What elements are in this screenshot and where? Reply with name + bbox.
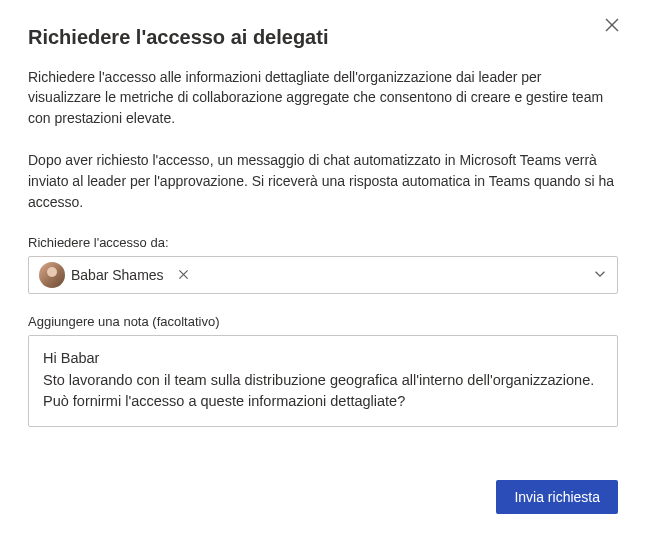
request-from-label: Richiedere l'accesso da:	[28, 235, 618, 250]
close-icon	[178, 267, 189, 283]
dialog-title: Richiedere l'accesso ai delegati	[28, 26, 618, 49]
expand-picker-button[interactable]	[593, 266, 607, 283]
close-icon	[604, 17, 620, 36]
chevron-down-icon	[593, 267, 607, 283]
submit-request-button[interactable]: Invia richiesta	[496, 480, 618, 514]
note-label: Aggiungere una nota (facoltativo)	[28, 314, 618, 329]
remove-person-button[interactable]	[174, 265, 194, 285]
request-from-picker[interactable]: Babar Shames	[28, 256, 618, 294]
avatar	[39, 262, 65, 288]
dialog-after-text: Dopo aver richiesto l'accesso, un messag…	[28, 150, 618, 213]
note-textarea[interactable]: Hi Babar Sto lavorando con il team sulla…	[28, 335, 618, 427]
dialog-intro-text: Richiedere l'accesso alle informazioni d…	[28, 67, 618, 128]
person-name: Babar Shames	[71, 267, 168, 283]
close-button[interactable]	[596, 10, 628, 42]
person-chip: Babar Shames	[37, 262, 196, 288]
